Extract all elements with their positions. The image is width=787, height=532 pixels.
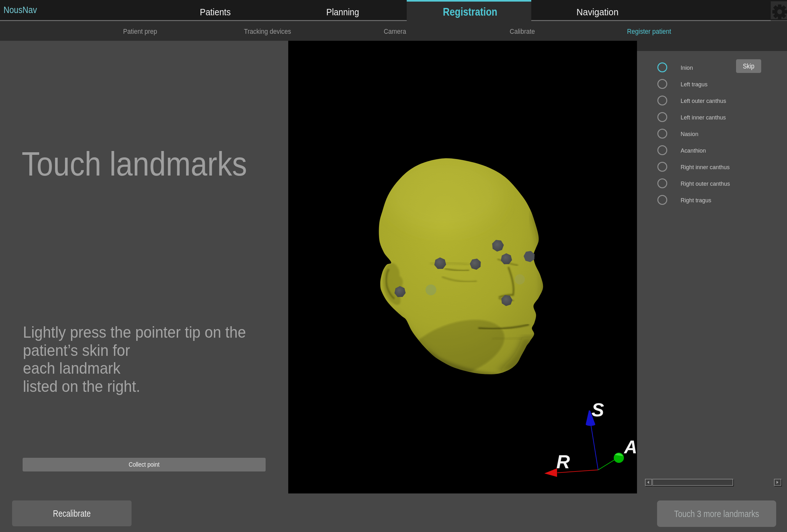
svg-text:R: R: [556, 451, 570, 472]
svg-text:A: A: [623, 437, 637, 457]
svg-text:S: S: [592, 400, 604, 421]
